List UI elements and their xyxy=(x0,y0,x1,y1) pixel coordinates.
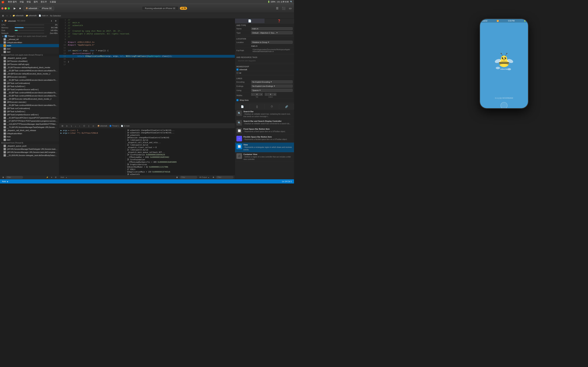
ef-bfexec13[interactable]: 13 __29+[BFExecutor defaultExecutor]_blo… xyxy=(0,97,59,100)
ef-bftask16[interactable]: 16 -[BFTask runContinuations] xyxy=(0,107,59,110)
indent-decrease[interactable]: - xyxy=(265,93,268,96)
stop-button[interactable]: ■ xyxy=(18,6,22,11)
debug-toggle[interactable]: ⬛ xyxy=(281,6,286,11)
ef2-afmgr2[interactable]: 2 -[AFURLSessionManager URLSession:task:… xyxy=(0,151,59,154)
ef-afhttps21[interactable]: 21 __116-[AFHTTPSessionManager dataTaskW… xyxy=(0,123,59,126)
endings-dropdown[interactable]: No Explicit Line Endings ▾ xyxy=(251,84,293,88)
ef-start32[interactable]: 32 start xyxy=(0,138,59,141)
left-filter-input[interactable] xyxy=(6,176,23,179)
inspector-container-view[interactable]: ⬛ Container View - Defines a region of a… xyxy=(235,152,294,162)
type-dropdown[interactable]: Default - Objective-C Sou... ▾ xyxy=(251,31,293,34)
apple-menu[interactable]: 🍎 xyxy=(1,0,4,3)
member-checkbox-1[interactable]: ✓ xyxy=(236,68,239,71)
ef-bftask8[interactable]: 8 -[BFTask runContinuations] xyxy=(0,82,59,85)
zoom-button[interactable] xyxy=(8,7,10,9)
menu-item-window[interactable]: 윈도우 xyxy=(41,0,47,3)
ef-afurl22[interactable]: 22 __72-[AFURLSessionManagerTaskDelegate… xyxy=(0,126,59,129)
ef2-dispatch0[interactable]: 0 _dispatch_queue_push xyxy=(0,144,59,148)
encoding-dropdown[interactable]: No Explicit Encoding ▾ xyxy=(251,80,293,83)
debug-step-into-btn[interactable]: ↓ xyxy=(74,124,77,128)
navigator-toggle[interactable]: ☰ xyxy=(275,6,279,11)
inspector-tab-4[interactable]: 🔗 xyxy=(279,104,294,109)
inspector-flex-space[interactable]: ↔ Flexible Space Bar Button Item - Repre… xyxy=(235,135,294,143)
thread1-item[interactable]: ▼ T Thread 1 Queue: com.apple.main-threa… xyxy=(0,35,59,38)
location-dropdown[interactable]: Relative to Group ▾ xyxy=(251,41,293,44)
menu-item-capture[interactable]: 캡처 xyxy=(34,0,38,3)
debug-step-over-btn[interactable]: ⤵ xyxy=(70,124,73,128)
tab-file-inspector[interactable]: 📄 xyxy=(235,18,265,23)
close-button[interactable] xyxy=(1,7,3,9)
filter-icon-2[interactable]: ≡ xyxy=(50,176,53,179)
debug-continue-btn[interactable]: ▷ xyxy=(65,124,69,128)
ef-wtopen19[interactable]: 19 __42-[WTOpenAPIClient requestPOST:par… xyxy=(0,116,59,119)
code-editor[interactable]: 1 // 2 // main.m 3 // wibeetalk 4 // 5 /… xyxy=(59,18,235,123)
tab-value-input[interactable] xyxy=(254,93,259,96)
frame-main-current[interactable]: 16 main xyxy=(0,44,59,47)
search-icon[interactable]: 🔍 xyxy=(290,1,293,3)
inspector-view[interactable]: ⬜ View - Represents a rectangular region… xyxy=(235,143,294,152)
ef-dispatch[interactable]: 0 _dispatch_queue_push xyxy=(0,57,59,60)
scheme-selector[interactable]: 📦 wibeetalk › 📱 iPhone SE xyxy=(24,6,54,10)
console-clear-btn[interactable]: 🗑 xyxy=(175,176,179,179)
back-btn[interactable]: ‹ xyxy=(6,14,9,18)
process-settings-btn[interactable]: ⚙ xyxy=(54,19,58,23)
tab-quick-help[interactable]: ❓ xyxy=(265,18,294,23)
run-button[interactable]: ▶ xyxy=(13,6,17,11)
process-info-btn[interactable]: ℹ xyxy=(50,19,53,23)
inspector-tab-2[interactable]: {} xyxy=(250,104,264,109)
forward-btn[interactable]: › xyxy=(9,14,12,18)
menu-item-help[interactable]: 도움말 xyxy=(50,0,56,3)
inspector-tab-3[interactable]: ⏱ xyxy=(265,104,279,109)
indent-value-input[interactable] xyxy=(268,93,273,96)
inspector-searchbar-controller[interactable]: 🔍 Search Bar and Search Display Controll… xyxy=(235,119,294,127)
debug-console-output[interactable]: 18 wibeetalk changeRootViewControllerWit… xyxy=(126,128,235,175)
ef2-afurl1[interactable]: 1 -[AFURLSessionManagerTaskDelegate URLS… xyxy=(0,148,59,151)
breadcrumb-selection[interactable]: No Selection xyxy=(50,15,61,17)
ef-didstart[interactable]: 3 _32-[WTSession didStartApplication]_bl… xyxy=(0,66,59,69)
filter-icon-1[interactable]: ⚡ xyxy=(45,176,49,179)
using-dropdown[interactable]: Spaces ▾ xyxy=(251,89,293,92)
ef-bftask11[interactable]: 11 __55-[BFTask continueWithExecutor:blo… xyxy=(0,91,59,94)
ef2-nsurlsess3[interactable]: 3 __51-[NSURLSession delegate_task:didSe… xyxy=(0,154,59,157)
output-settings-btn[interactable]: ⚙ xyxy=(212,176,215,179)
console-filter-input[interactable] xyxy=(180,176,197,179)
ef-bftask18[interactable]: 18 -[BFTaskCompletionSource setError:] xyxy=(0,113,59,116)
warnings-badge[interactable]: ⚠ 78 xyxy=(180,7,187,10)
indent-increase[interactable]: + xyxy=(274,93,276,96)
ef-didfail[interactable]: 2 -[WTSession didFailLogin] xyxy=(0,63,59,66)
debug-simulate-btn[interactable]: ◇ xyxy=(92,124,95,128)
debug-step-out-btn[interactable]: ↑ xyxy=(78,124,81,128)
inspector-fixed-space[interactable]: ⬜ Fixed Space Bar Button Item - Represen… xyxy=(235,127,294,135)
debug-view-btn[interactable]: ⊡ xyxy=(61,124,64,128)
debug-breakpoint-btn[interactable]: ⌶ xyxy=(87,124,90,128)
ef-bfexec5[interactable]: 5 _29+[BFExecutor defaultExecutor]_block… xyxy=(0,72,59,75)
filter-icon-3[interactable]: ☷ xyxy=(54,176,58,179)
member-checkbox-2[interactable] xyxy=(236,72,239,74)
minimize-button[interactable] xyxy=(5,7,7,9)
frame-start18[interactable]: 18 start xyxy=(0,50,59,53)
ef-bftask7[interactable]: 7 __55-[BFTask continueWithExecutor:bloc… xyxy=(0,78,59,82)
filter-btn[interactable]: ⊞ xyxy=(1,176,5,179)
inspector-tab-1[interactable]: 📄 xyxy=(235,104,250,109)
ef-bftask4[interactable]: 4 __55-[BFTask continueWithExecutor:bloc… xyxy=(0,69,59,72)
wrap-lines-checkbox[interactable]: ✓ xyxy=(236,99,239,101)
utilities-toggle[interactable]: ▭ xyxy=(288,6,293,11)
ef-bftask9[interactable]: 9 -[BFTask trySetError:] xyxy=(0,85,59,88)
ef-showmain[interactable]: 1 -[WTSession showMain] xyxy=(0,60,59,63)
breadcrumb-file[interactable]: 📄 main.m xyxy=(39,15,48,17)
tab-increase[interactable]: + xyxy=(260,93,263,96)
frame-pthread[interactable]: 0 __pthread_kill xyxy=(0,38,59,41)
debug-memory-btn[interactable]: ⬡ xyxy=(82,124,86,128)
name-input[interactable] xyxy=(251,27,293,30)
ef-bfexec14[interactable]: 14 -[BFExecutor execute:] xyxy=(0,100,59,104)
ef-dispatch23[interactable]: 23 _dispatch_call_block_and_release xyxy=(0,129,59,132)
output-filter-input[interactable] xyxy=(216,176,233,179)
ef-uiapp30[interactable]: 30 UIApplicationMain xyxy=(0,132,59,135)
ef-http20[interactable]: 20 __57-[WTHTTPClient POST:parameters:pr… xyxy=(0,119,59,123)
ef-bftask10[interactable]: 10 -[BFTaskCompletionSource setError:] xyxy=(0,88,59,91)
breadcrumb-project[interactable]: 📁 wibeetalk xyxy=(13,15,24,17)
ef-bfexec6[interactable]: 6 -[BFExecutor execute:] xyxy=(0,75,59,78)
menu-item-app[interactable]: 화면 캡처 xyxy=(8,0,17,3)
menu-item-edit[interactable]: 편집 xyxy=(26,0,31,3)
breadcrumb-group[interactable]: 📁 wibeetalk xyxy=(26,15,37,17)
